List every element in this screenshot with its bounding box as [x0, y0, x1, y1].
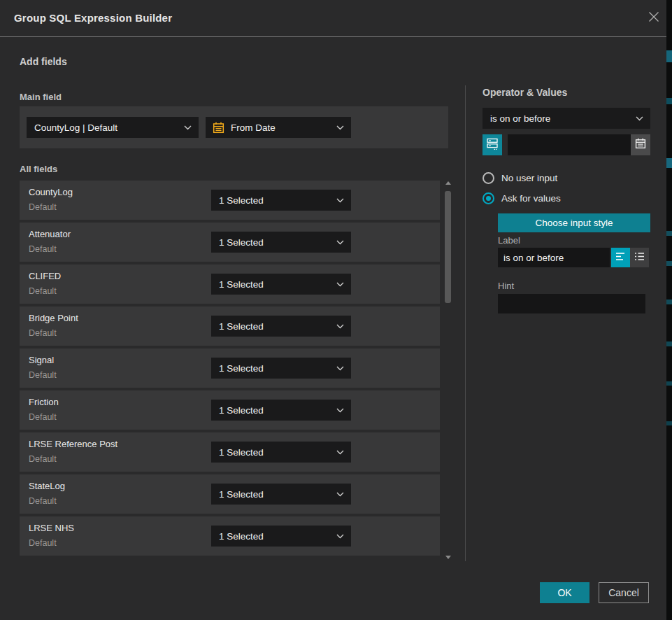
- single-line-input-toggle[interactable]: [611, 248, 630, 267]
- field-selected-count-select[interactable]: 1 Selected: [211, 484, 351, 505]
- main-field-layer-value: CountyLog | Default: [27, 122, 184, 133]
- field-selected-count-value: 1 Selected: [211, 363, 336, 374]
- no-user-input-radio[interactable]: No user input: [482, 172, 557, 184]
- field-selected-count-select[interactable]: 1 Selected: [211, 190, 351, 211]
- field-selected-count-select[interactable]: 1 Selected: [211, 274, 351, 295]
- field-row: CLIFED Default 1 Selected: [20, 265, 440, 304]
- add-fields-heading: Add fields: [20, 56, 67, 67]
- field-selected-count-value: 1 Selected: [211, 321, 336, 332]
- date-picker-button[interactable]: [631, 134, 650, 155]
- background-artifact: [666, 50, 672, 62]
- chevron-down-icon: [336, 125, 344, 130]
- label-input[interactable]: [498, 248, 610, 267]
- group-sql-expression-builder-dialog: Group SQL Expression Builder Add fields …: [0, 0, 666, 620]
- operator-value: is on or before: [482, 113, 636, 124]
- field-row: LRSE NHS Default 1 Selected: [20, 516, 440, 556]
- align-left-icon: [615, 251, 626, 264]
- field-selected-count-value: 1 Selected: [211, 237, 336, 248]
- close-button[interactable]: [648, 12, 660, 24]
- dialog-title: Group SQL Expression Builder: [14, 0, 172, 36]
- field-row: Attenuator Default 1 Selected: [20, 223, 440, 262]
- unique-values-button[interactable]: [482, 134, 502, 155]
- field-name: LRSE Reference Post: [29, 439, 117, 449]
- chevron-down-icon: [336, 492, 344, 497]
- field-selected-count-value: 1 Selected: [211, 405, 336, 416]
- field-selected-count-select[interactable]: 1 Selected: [211, 442, 351, 463]
- chevron-down-icon: [336, 240, 344, 245]
- background-artifact: [666, 261, 672, 266]
- field-layer-name: Default: [29, 286, 57, 296]
- chevron-down-icon: [336, 282, 344, 287]
- background-artifact: [666, 300, 672, 304]
- chevron-down-icon: [636, 116, 643, 121]
- calendar-icon: [635, 138, 646, 152]
- field-selected-count-value: 1 Selected: [211, 531, 336, 542]
- dialog-header: Group SQL Expression Builder: [0, 0, 666, 37]
- background-app-edge: [666, 0, 672, 620]
- scroll-down-arrow-icon[interactable]: [445, 556, 451, 559]
- field-name: StateLog: [29, 481, 65, 491]
- field-selected-count-select[interactable]: 1 Selected: [211, 400, 351, 421]
- scrollbar-thumb[interactable]: [445, 191, 451, 303]
- field-layer-name: Default: [29, 454, 57, 464]
- chevron-down-icon: [336, 450, 344, 455]
- chevron-down-icon: [184, 125, 192, 130]
- field-name: Friction: [29, 397, 59, 407]
- calendar-icon: [213, 122, 224, 134]
- field-layer-name: Default: [29, 412, 57, 422]
- background-artifact: [666, 381, 672, 386]
- chevron-down-icon: [336, 534, 344, 539]
- field-layer-name: Default: [29, 496, 57, 506]
- field-selected-count-select[interactable]: 1 Selected: [211, 358, 351, 379]
- field-row: CountyLog Default 1 Selected: [20, 181, 440, 220]
- bulleted-list-icon: [634, 251, 645, 264]
- field-layer-name: Default: [29, 328, 57, 338]
- field-selected-count-value: 1 Selected: [211, 195, 336, 206]
- chevron-down-icon: [336, 198, 344, 203]
- main-field-heading: Main field: [20, 92, 62, 102]
- choose-input-style-button[interactable]: Choose input style: [498, 213, 650, 232]
- field-row: Signal Default 1 Selected: [20, 348, 440, 388]
- all-fields-list: CountyLog Default 1 Selected Attenuator …: [20, 181, 440, 558]
- label-caption: Label: [498, 235, 520, 246]
- unique-values-stack-icon: [486, 137, 499, 153]
- ok-button[interactable]: OK: [540, 582, 589, 603]
- operator-values-heading: Operator & Values: [482, 87, 567, 98]
- field-name: CountyLog: [29, 187, 73, 197]
- field-layer-name: Default: [29, 370, 57, 380]
- list-scrollbar[interactable]: [445, 179, 452, 561]
- hint-input[interactable]: [498, 294, 645, 313]
- background-artifact: [666, 158, 672, 168]
- hint-caption: Hint: [498, 281, 514, 291]
- field-name: Signal: [29, 355, 54, 365]
- field-row: LRSE Reference Post Default 1 Selected: [20, 432, 440, 472]
- main-field-layer-select[interactable]: CountyLog | Default: [27, 117, 199, 138]
- field-name: Bridge Point: [29, 313, 78, 323]
- chevron-down-icon: [336, 324, 344, 329]
- background-artifact: [666, 341, 672, 346]
- scroll-up-arrow-icon[interactable]: [445, 181, 451, 185]
- value-date-input[interactable]: [508, 134, 631, 155]
- background-artifact: [666, 421, 672, 425]
- list-input-toggle[interactable]: [630, 248, 649, 267]
- chevron-down-icon: [336, 408, 344, 413]
- main-field-row: CountyLog | Default From Date: [20, 106, 448, 148]
- field-selected-count-select[interactable]: 1 Selected: [211, 526, 351, 547]
- operator-select[interactable]: is on or before: [482, 108, 650, 129]
- field-selected-count-select[interactable]: 1 Selected: [211, 316, 351, 337]
- close-icon: [648, 10, 660, 26]
- main-field-date-select[interactable]: From Date: [206, 117, 351, 138]
- radio-selected-icon: [482, 192, 494, 204]
- field-name: CLIFED: [29, 271, 61, 281]
- field-row: StateLog Default 1 Selected: [20, 474, 440, 514]
- field-selected-count-select[interactable]: 1 Selected: [211, 232, 351, 253]
- field-selected-count-value: 1 Selected: [211, 489, 336, 500]
- operator-values-panel: Operator & Values is on or before: [482, 84, 650, 336]
- field-layer-name: Default: [29, 244, 57, 254]
- field-row: Bridge Point Default 1 Selected: [20, 307, 440, 346]
- ask-for-values-radio[interactable]: Ask for values: [482, 192, 561, 204]
- all-fields-heading: All fields: [20, 164, 57, 174]
- background-artifact: [666, 98, 672, 104]
- cancel-button[interactable]: Cancel: [599, 582, 649, 603]
- field-selected-count-value: 1 Selected: [211, 279, 336, 290]
